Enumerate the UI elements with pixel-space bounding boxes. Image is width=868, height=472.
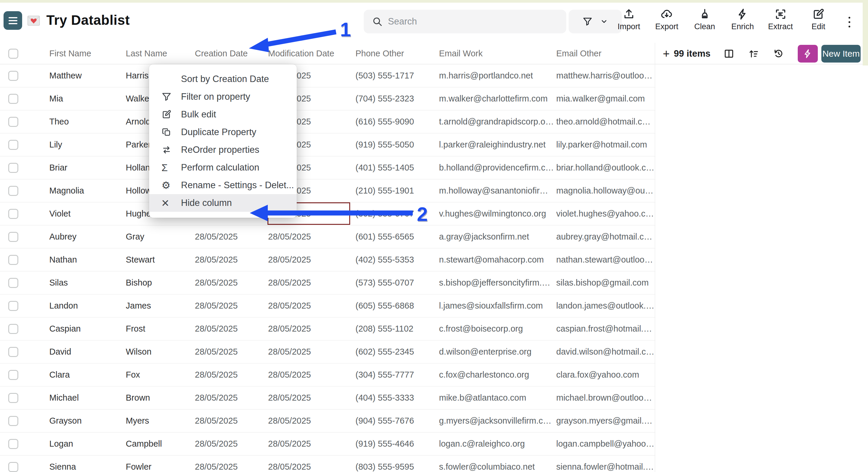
cell-first-name[interactable]: Aubrey [49, 232, 126, 242]
cell-last-name[interactable]: Myers [126, 416, 195, 426]
cell-first-name[interactable]: Briar [49, 163, 126, 173]
cell-phone-other[interactable]: (210) 555-1901 [355, 186, 439, 196]
new-item-button[interactable]: New Item [822, 45, 861, 63]
row-checkbox[interactable] [8, 278, 18, 288]
cell-last-name[interactable]: Bishop [126, 278, 195, 288]
cell-creation-date[interactable]: 28/05/2025 [195, 439, 268, 449]
cell-email-other[interactable]: silas.bishop@gmail.com [556, 278, 655, 288]
cell-first-name[interactable]: David [49, 347, 126, 357]
cell-email-other[interactable]: matthew.harris@outloo… [556, 71, 655, 80]
menu-item-duplicate[interactable]: Duplicate Property [149, 123, 297, 141]
row-checkbox[interactable] [8, 301, 18, 311]
column-header-first-name[interactable]: First Name [49, 49, 126, 58]
row-checkbox[interactable] [8, 462, 18, 472]
cell-email-other[interactable]: caspian.frost@hotmail.… [556, 324, 655, 334]
cell-email-other[interactable]: briar.holland@outlook.c… [556, 163, 655, 173]
column-header-email-work[interactable]: Email Work [439, 49, 556, 58]
row-checkbox[interactable] [8, 94, 18, 104]
row-checkbox[interactable] [8, 186, 18, 196]
cell-email-other[interactable]: aubrey.gray@hotmail.c… [556, 232, 655, 242]
cell-last-name[interactable]: Frost [126, 324, 195, 334]
cell-first-name[interactable]: Violet [49, 209, 126, 218]
row-checkbox[interactable] [8, 163, 18, 173]
cell-email-work[interactable]: m.walker@charlottefirm.com [439, 94, 556, 104]
cell-phone-other[interactable]: (573) 555-0707 [355, 278, 439, 288]
cell-last-name[interactable]: Gray [126, 232, 195, 242]
cell-creation-date[interactable]: 28/05/2025 [195, 278, 268, 288]
cell-email-other[interactable]: nathan.stewart@outloo… [556, 255, 655, 265]
cell-first-name[interactable]: Magnolia [49, 186, 126, 196]
cell-creation-date[interactable]: 28/05/2025 [195, 370, 268, 380]
cell-email-other[interactable]: theo.arnold@hotmail.c… [556, 117, 655, 127]
cell-email-work[interactable]: logan.c@raleighco.org [439, 439, 556, 449]
cell-first-name[interactable]: Mia [49, 94, 126, 104]
edit-button[interactable]: Edit [804, 8, 833, 41]
cell-email-work[interactable]: s.fowler@columbiaco.net [439, 462, 556, 472]
cell-modification-date[interactable]: 28/05/2025 [268, 232, 355, 242]
cell-first-name[interactable]: Lily [49, 140, 126, 149]
cell-email-work[interactable]: mike.b@atlantaco.com [439, 393, 556, 403]
search-box[interactable] [364, 10, 566, 33]
row-checkbox[interactable] [8, 117, 18, 127]
cell-modification-date[interactable]: 28/05/2025 [268, 393, 355, 403]
cell-email-other[interactable]: sienna.fowler@hotmail.… [556, 462, 655, 472]
cell-modification-date[interactable]: 28/05/2025 [268, 462, 355, 472]
cell-last-name[interactable]: Brown [126, 393, 195, 403]
row-checkbox[interactable] [8, 71, 18, 81]
export-button[interactable]: Export [652, 8, 681, 41]
cell-email-work[interactable]: b.holland@providencefirm.c… [439, 163, 556, 173]
cell-modification-date[interactable]: 28/05/2025 [268, 278, 355, 288]
menu-item-reorder[interactable]: ReOrder properties [149, 141, 297, 159]
cell-email-work[interactable]: m.harris@portlandco.net [439, 71, 556, 80]
cell-first-name[interactable]: Clara [49, 370, 126, 380]
cell-last-name[interactable]: Campbell [126, 439, 195, 449]
cell-phone-other[interactable]: (404) 555-3333 [355, 393, 439, 403]
row-checkbox[interactable] [8, 370, 18, 380]
cell-phone-other[interactable]: (601) 555-6565 [355, 232, 439, 242]
cell-email-other[interactable]: michael.brown@outloo… [556, 393, 655, 403]
sort-button[interactable] [748, 48, 760, 59]
cell-modification-date[interactable]: 28/05/2025 [268, 324, 355, 334]
cell-phone-other[interactable]: (503) 555-1717 [355, 71, 439, 80]
column-header-phone-other[interactable]: Phone Other [355, 49, 439, 58]
cell-creation-date[interactable]: 28/05/2025 [195, 393, 268, 403]
row-checkbox[interactable] [8, 347, 18, 357]
cell-phone-other[interactable]: (401) 555-1405 [355, 163, 439, 173]
cell-phone-other[interactable]: (602) 555-2345 [355, 347, 439, 357]
cell-first-name[interactable]: Matthew [49, 71, 126, 80]
row-checkbox[interactable] [8, 416, 18, 426]
cell-email-work[interactable]: l.james@siouxfallsfirm.com [439, 301, 556, 311]
cell-email-other[interactable]: mia.walker@gmail.com [556, 94, 655, 104]
cell-email-work[interactable]: n.stewart@omahacorp.com [439, 255, 556, 265]
cell-phone-other[interactable]: (904) 555-7676 [355, 416, 439, 426]
menu-item-bulk-edit[interactable]: Bulk edit [149, 106, 297, 123]
column-header-last-name[interactable]: Last Name [126, 49, 195, 58]
enrich-button[interactable]: Enrich [728, 8, 757, 41]
cell-email-work[interactable]: c.frost@boisecorp.org [439, 324, 556, 334]
cell-email-other[interactable]: clara.fox@yahoo.com [556, 370, 655, 380]
cell-email-work[interactable]: l.parker@raleighindustry.net [439, 140, 556, 149]
cell-phone-other[interactable]: (304) 555-7777 [355, 370, 439, 380]
cell-first-name[interactable]: Silas [49, 278, 126, 288]
cell-creation-date[interactable]: 28/05/2025 [195, 462, 268, 472]
automation-button[interactable] [798, 45, 818, 63]
row-checkbox[interactable] [8, 140, 18, 150]
cell-last-name[interactable]: Stewart [126, 255, 195, 265]
select-all-checkbox[interactable] [8, 49, 18, 59]
cell-email-other[interactable]: landon.james@outlook.… [556, 301, 655, 311]
cell-first-name[interactable]: Landon [49, 301, 126, 311]
cell-last-name[interactable]: Fowler [126, 462, 195, 472]
filter-button[interactable] [569, 10, 622, 33]
hamburger-menu-button[interactable] [4, 11, 22, 30]
cell-first-name[interactable]: Caspian [49, 324, 126, 334]
cell-phone-other[interactable]: (616) 555-9090 [355, 117, 439, 127]
cell-first-name[interactable]: Theo [49, 117, 126, 127]
cell-last-name[interactable]: James [126, 301, 195, 311]
cell-email-work[interactable]: g.myers@jacksonvillefirm.c… [439, 416, 556, 426]
cell-creation-date[interactable]: 28/05/2025 [195, 232, 268, 242]
columns-toggle-button[interactable] [723, 48, 735, 59]
history-button[interactable] [773, 48, 784, 59]
menu-item-filter[interactable]: Filter on property [149, 88, 297, 106]
row-checkbox[interactable] [8, 439, 18, 449]
row-checkbox[interactable] [8, 393, 18, 403]
